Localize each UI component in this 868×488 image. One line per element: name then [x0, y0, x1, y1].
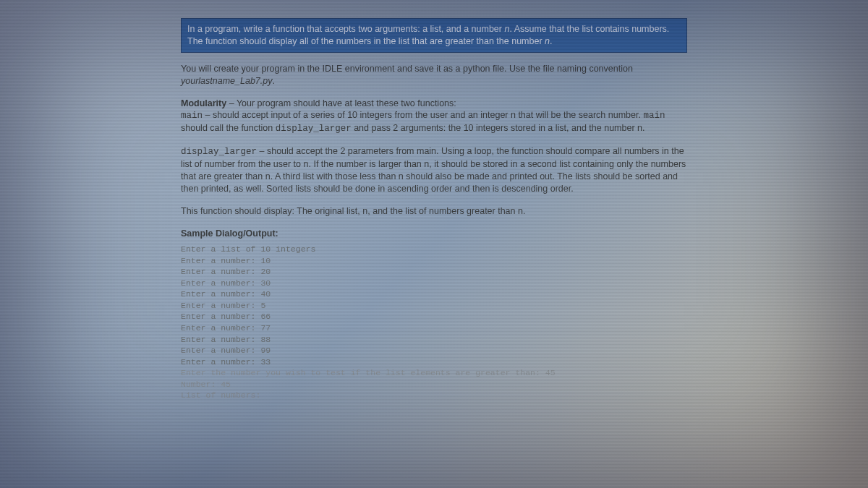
- sample-line: List of numbers:: [181, 390, 260, 400]
- sample-line: Enter a number: 88: [181, 335, 271, 344]
- sample-line: Enter a number: 5: [181, 301, 265, 310]
- main-keyword: main: [181, 111, 203, 121]
- should-display-text: This function should display: The origin…: [181, 206, 525, 216]
- sample-line: Number: 45: [181, 380, 231, 389]
- problem-text-a: In a program, write a function that acce…: [187, 24, 504, 34]
- sample-line: Enter a number: 30: [181, 278, 271, 288]
- sample-line: Enter a number: 20: [181, 267, 271, 276]
- should-display-line: This function should display: The origin…: [181, 205, 687, 218]
- sample-line: Enter a number: 40: [181, 289, 271, 299]
- sample-line: Enter the number you wish to test if the…: [181, 368, 556, 377]
- modularity-section: Modularity – Your program should have at…: [181, 98, 687, 136]
- idle-paragraph: You will create your program in the IDLE…: [181, 63, 687, 87]
- display-larger-keyword-2: display_larger: [181, 147, 257, 157]
- document-page: In a program, write a function that acce…: [174, 0, 694, 488]
- sample-output-block: Enter a list of 10 integers Enter a numb…: [181, 244, 687, 401]
- modularity-heading: Modularity: [181, 98, 226, 108]
- display-larger-keyword: display_larger: [276, 124, 352, 134]
- sample-line: Enter a list of 10 integers: [181, 244, 315, 254]
- display-larger-desc: – should accept the 2 parameters from ma…: [181, 146, 686, 194]
- sample-output-heading: Sample Dialog/Output:: [181, 228, 687, 240]
- main-desc-b: should call the function: [181, 123, 276, 133]
- sample-line: Enter a number: 10: [181, 256, 271, 265]
- sample-line: Enter a number: 33: [181, 357, 271, 367]
- sample-line: Enter a number: 77: [181, 323, 271, 333]
- main-desc-c: and pass 2 arguments: the 10 integers st…: [352, 123, 645, 133]
- main-keyword-2: main: [643, 111, 665, 121]
- filename-convention: yourlastname_Lab7.py: [181, 76, 272, 86]
- problem-text-c: .: [550, 36, 552, 46]
- problem-n-italic-2: n: [545, 36, 550, 46]
- main-desc-a: – should accept input of a series of 10 …: [203, 110, 643, 120]
- modularity-lead: – Your program should have at least thes…: [226, 98, 456, 108]
- idle-text-b: .: [272, 76, 274, 86]
- problem-statement-box: In a program, write a function that acce…: [181, 18, 687, 53]
- idle-text-a: You will create your program in the IDLE…: [181, 64, 633, 74]
- sample-line: Enter a number: 99: [181, 346, 271, 355]
- sample-line: Enter a number: 66: [181, 312, 271, 321]
- display-larger-section: display_larger – should accept the 2 par…: [181, 145, 687, 195]
